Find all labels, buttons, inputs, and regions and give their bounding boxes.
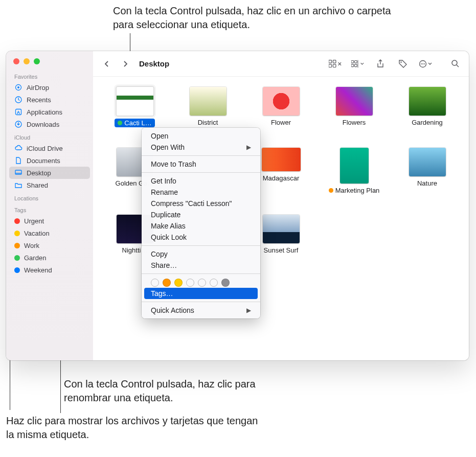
- sidebar-item-label: iCloud Drive: [27, 145, 63, 152]
- file-item-gardening[interactable]: Gardening: [391, 87, 464, 127]
- ctx-quick-look[interactable]: Quick Look: [142, 232, 260, 243]
- file-label: Sunset Surf: [264, 246, 299, 254]
- search-button[interactable]: [448, 58, 462, 70]
- ctx-copy[interactable]: Copy: [142, 248, 260, 260]
- sidebar-item-airdrop[interactable]: AirDrop: [6, 81, 93, 94]
- ctx-tag-color[interactable]: [174, 279, 183, 287]
- ctx-tag-color[interactable]: [186, 279, 194, 287]
- ctx-get-info-label: Get Info: [151, 177, 176, 185]
- ctx-duplicate[interactable]: Duplicate: [142, 209, 260, 220]
- ctx-tag-color[interactable]: [198, 279, 206, 287]
- ctx-separator: [142, 302, 260, 302]
- sidebar-item-icloud-drive[interactable]: iCloud Drive: [6, 142, 93, 154]
- ctx-tag-color[interactable]: [221, 279, 230, 287]
- sidebar-tag-urgent[interactable]: Urgent: [6, 215, 93, 227]
- svg-text:A: A: [17, 110, 20, 115]
- file-label: Marketing Plan: [329, 187, 380, 194]
- svg-rect-14: [355, 64, 357, 66]
- callout-top: Con la tecla Control pulsada, haz clic e…: [113, 4, 394, 32]
- file-thumbnail: [263, 87, 300, 116]
- svg-rect-8: [333, 60, 336, 63]
- ctx-quick-look-label: Quick Look: [151, 233, 187, 241]
- nav-forward-button[interactable]: [119, 58, 132, 70]
- svg-rect-6: [15, 170, 21, 174]
- ctx-quick-actions-label: Quick Actions: [151, 306, 194, 314]
- file-label: Flowers: [343, 119, 366, 126]
- file-thumbnail: [190, 87, 226, 116]
- sidebar-item-desktop[interactable]: Desktop: [9, 167, 90, 179]
- sidebar-section-icloud: iCloud: [6, 130, 93, 142]
- ctx-open-with[interactable]: Open With▶: [142, 142, 260, 153]
- nav-back-button[interactable]: [100, 58, 114, 70]
- file-item-district[interactable]: District: [171, 87, 244, 127]
- callout-mid: Con la tecla Control pulsada, haz clic p…: [64, 377, 294, 405]
- svg-rect-12: [355, 60, 357, 63]
- tags-button[interactable]: [396, 58, 410, 70]
- ctx-quick-actions[interactable]: Quick Actions▶: [142, 305, 260, 316]
- file-item-flowers[interactable]: Flowers: [318, 87, 391, 127]
- shared-folder-icon: [14, 181, 22, 189]
- file-label: Nature: [417, 179, 437, 187]
- ctx-tag-color[interactable]: [210, 279, 218, 287]
- svg-point-18: [422, 63, 423, 64]
- sidebar-tag-vacation[interactable]: Vacation: [6, 227, 93, 239]
- content-area[interactable]: Cacti L…DistrictFlowerFlowersGardeningGo…: [93, 77, 469, 360]
- sidebar-tag-work[interactable]: Work: [6, 239, 93, 252]
- file-thumbnail: [409, 87, 446, 116]
- sidebar-item-recents[interactable]: Recents: [6, 94, 93, 106]
- file-item-nature[interactable]: Nature: [391, 148, 464, 194]
- sidebar-tag-weekend[interactable]: Weekend: [6, 264, 93, 276]
- sidebar-item-label: Downloads: [27, 121, 59, 128]
- file-thumbnail: [262, 148, 301, 171]
- main-area: Desktop Cacti L…DistrictFlowerFlowersGar…: [93, 51, 469, 360]
- file-item-cacti[interactable]: Cacti L…: [98, 87, 171, 127]
- share-button[interactable]: [374, 58, 387, 70]
- sidebar-item-shared[interactable]: Shared: [6, 179, 93, 191]
- ctx-open[interactable]: Open: [142, 130, 260, 142]
- sidebar-item-label: Garden: [24, 254, 46, 262]
- file-label: Flower: [271, 119, 291, 126]
- cloud-icon: [14, 144, 22, 152]
- ctx-get-info[interactable]: Get Info: [142, 175, 260, 187]
- document-icon: [14, 156, 22, 165]
- maximize-button[interactable]: [34, 58, 40, 64]
- close-button[interactable]: [13, 58, 19, 64]
- sidebar-item-label: Work: [24, 242, 39, 249]
- file-label: District: [198, 119, 218, 126]
- ctx-copy-label: Copy: [151, 250, 168, 258]
- sidebar-section-locations: Locations: [6, 191, 93, 203]
- ctx-trash-label: Move to Trash: [151, 160, 196, 168]
- ctx-make-alias[interactable]: Make Alias: [142, 220, 260, 232]
- ctx-make-alias-label: Make Alias: [151, 222, 186, 230]
- sidebar-section-tags: Tags: [6, 203, 93, 215]
- file-thumbnail: [117, 87, 153, 116]
- file-thumbnail: [336, 87, 373, 116]
- sidebar-section-favorites: Favorites: [6, 70, 93, 81]
- sidebar-item-label: Urgent: [24, 217, 44, 225]
- ctx-open-label: Open: [151, 132, 168, 140]
- sidebar-tag-garden[interactable]: Garden: [6, 252, 93, 264]
- ctx-tags[interactable]: Tags…: [144, 288, 258, 299]
- sidebar-item-documents[interactable]: Documents: [6, 154, 93, 167]
- ctx-trash[interactable]: Move to Trash: [142, 158, 260, 170]
- window-title: Desktop: [139, 59, 169, 68]
- svg-rect-13: [351, 64, 354, 66]
- toolbar: Desktop: [93, 51, 469, 77]
- minimize-button[interactable]: [24, 58, 30, 64]
- callout-bottom: Haz clic para mostrar los archivos y tar…: [6, 414, 262, 442]
- ctx-tag-color[interactable]: [163, 279, 171, 287]
- sidebar-item-label: Vacation: [24, 230, 50, 237]
- ctx-rename[interactable]: Rename: [142, 187, 260, 198]
- view-mode-button[interactable]: [329, 58, 342, 70]
- group-by-button[interactable]: [351, 58, 365, 70]
- sidebar-item-label: Shared: [27, 181, 48, 189]
- ctx-tag-color[interactable]: [151, 279, 159, 287]
- file-thumbnail: [263, 215, 300, 243]
- ctx-compress[interactable]: Compress "Cacti Lesson": [142, 198, 260, 209]
- ctx-share[interactable]: Share…: [142, 260, 260, 271]
- sidebar-item-downloads[interactable]: Downloads: [6, 118, 93, 130]
- more-button[interactable]: [419, 58, 432, 70]
- file-item-marketing[interactable]: Marketing Plan: [318, 148, 391, 194]
- sidebar-item-applications[interactable]: A Applications: [6, 106, 93, 118]
- file-item-flower[interactable]: Flower: [244, 87, 318, 127]
